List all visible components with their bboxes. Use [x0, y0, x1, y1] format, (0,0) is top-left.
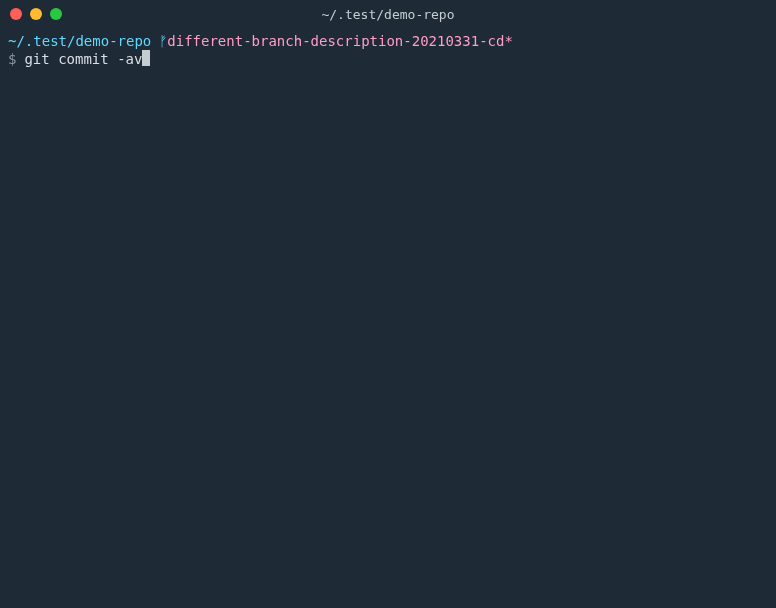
cursor-icon: [142, 50, 150, 66]
traffic-lights: [10, 8, 62, 20]
terminal-window: ~/.test/demo-repo ~/.test/demo-repoᚠdiff…: [0, 0, 776, 608]
minimize-icon[interactable]: [30, 8, 42, 20]
prompt-line-1: ~/.test/demo-repoᚠdifferent-branch-descr…: [8, 32, 768, 50]
prompt-path: ~/.test/demo-repo: [8, 32, 151, 50]
prompt-line-2: $git commit -av: [8, 50, 768, 68]
window-title: ~/.test/demo-repo: [321, 7, 454, 22]
titlebar[interactable]: ~/.test/demo-repo: [0, 0, 776, 28]
prompt-symbol: $: [8, 50, 16, 68]
branch-marker-icon: ᚠ: [159, 32, 167, 50]
prompt-branch: different-branch-description-20210331-cd…: [167, 32, 513, 50]
close-icon[interactable]: [10, 8, 22, 20]
terminal-body[interactable]: ~/.test/demo-repoᚠdifferent-branch-descr…: [0, 28, 776, 608]
maximize-icon[interactable]: [50, 8, 62, 20]
command-input[interactable]: git commit -av: [24, 50, 142, 68]
